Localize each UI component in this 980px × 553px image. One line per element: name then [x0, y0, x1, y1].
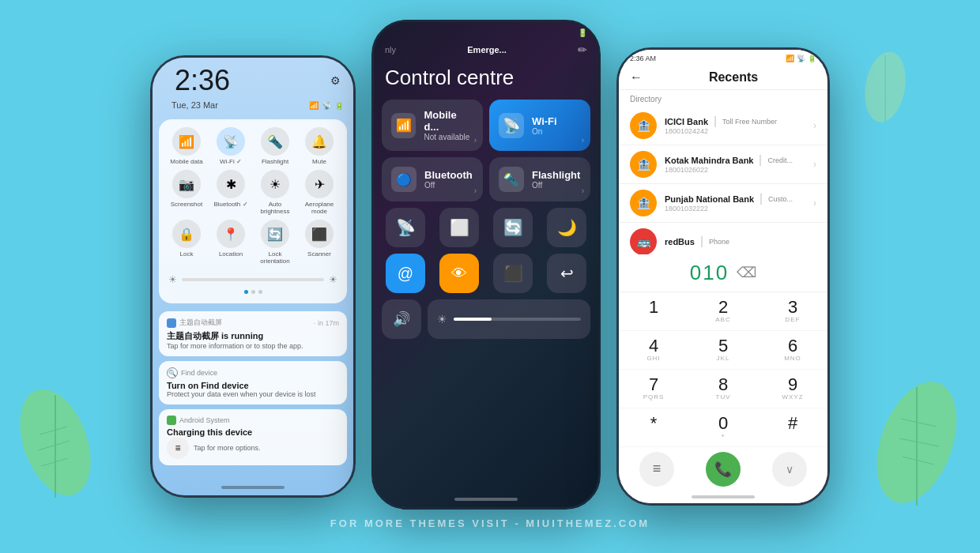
- notif-app-name-1: 主题自动截屏: [179, 318, 222, 328]
- notif-app-icon-3: [167, 416, 176, 425]
- cc-tile-wifi[interactable]: 📡 Wi-Fi On ›: [489, 100, 590, 151]
- cc-icon-dnd[interactable]: 🌙: [547, 208, 586, 247]
- cc-tile-flashlight[interactable]: 🔦 Flashlight Off ›: [489, 157, 590, 201]
- key-5[interactable]: 5 JKL: [688, 331, 758, 370]
- divider: [714, 116, 716, 127]
- contact-avatar-pnb: 🏦: [630, 190, 657, 216]
- contact-type-kotak: Credit...: [767, 156, 793, 164]
- phone3-time: 2:36 AM: [630, 55, 656, 62]
- cc-icon-eye[interactable]: 👁: [439, 254, 479, 293]
- mute-quick-label: Mute: [312, 158, 326, 165]
- lock-label: Lock: [180, 250, 194, 258]
- divider: [760, 194, 762, 205]
- dot-3: [258, 290, 262, 294]
- key-hash[interactable]: #: [758, 408, 827, 447]
- voicemail-button[interactable]: ≡: [639, 452, 674, 487]
- key-6[interactable]: 6 MNO: [758, 331, 827, 370]
- notif-app-name-3: Android System: [179, 416, 230, 424]
- quick-item-scanner[interactable]: ⬛ Scanner: [300, 220, 339, 265]
- key-star[interactable]: *: [619, 408, 688, 447]
- notif-running-app[interactable]: 主题自动截屏 · in 17m 主题自动截屏 is running Tap fo…: [159, 311, 347, 356]
- quick-item-wifi[interactable]: 📡 Wi-Fi ✓: [211, 127, 251, 165]
- key-7[interactable]: 7 PQRS: [619, 370, 688, 408]
- quick-grid: 📶 Mobile data 📡 Wi-Fi ✓ 🔦 Flashlight 🔔 M…: [167, 127, 339, 265]
- contact-redbus[interactable]: 🚌 redBus Phone: [619, 223, 827, 254]
- autobright-icon: ☀: [261, 170, 289, 198]
- call-button[interactable]: 📞: [706, 452, 741, 487]
- location-label: Location: [219, 250, 243, 258]
- phone-control-centre: 🔋 nly Emerge... ✏ Control centre 📶 Mobil…: [371, 20, 601, 510]
- quick-panel: 📶 Mobile data 📡 Wi-Fi ✓ 🔦 Flashlight 🔔 M…: [159, 119, 347, 303]
- cc-icon-block[interactable]: ⬛: [493, 254, 533, 293]
- phone-dialer: 2:36 AM 📶 📡 🔋 ← Recents Directory 🏦: [616, 47, 830, 506]
- cc-brightness-row: 🔊 ☀: [374, 299, 598, 339]
- flashlight-quick-icon: 🔦: [261, 127, 289, 156]
- notif-charging[interactable]: Android System Charging this device ≡ Ta…: [159, 409, 347, 465]
- quick-item-autobright[interactable]: ☀ Auto brightness: [255, 170, 295, 215]
- phone1-settings-icon[interactable]: ⚙: [330, 74, 341, 87]
- brightness-low-icon: ☀: [437, 313, 447, 325]
- key-4[interactable]: 4 GHI: [619, 331, 688, 370]
- flashlight-quick-label: Flashlight: [262, 158, 288, 165]
- dot-1: [244, 290, 248, 294]
- key-1[interactable]: 1: [619, 292, 688, 331]
- quick-item-airplane[interactable]: ✈ Aeroplane mode: [300, 170, 339, 215]
- cc-icon-return[interactable]: ↩: [547, 254, 586, 293]
- scanner-icon: ⬛: [305, 220, 334, 248]
- lock-icon: 🔒: [172, 220, 201, 248]
- mobile-tile-name: Mobile d...: [424, 109, 473, 133]
- phone3-signal-icon: 📶: [786, 55, 794, 62]
- key-0[interactable]: 0 +: [688, 408, 758, 447]
- key-2[interactable]: 2 ABC: [688, 292, 758, 331]
- mobile-data-label: Mobile data: [170, 158, 202, 165]
- quick-item-bt[interactable]: ✱ Bluetooth ✓: [211, 170, 251, 215]
- expand-button[interactable]: ∨: [772, 452, 807, 487]
- charging-action-icon[interactable]: ≡: [167, 437, 189, 459]
- wifi-quick-label: Wi-Fi ✓: [220, 158, 242, 165]
- phone3-home-indicator: [619, 491, 827, 503]
- contact-pnb[interactable]: 🏦 Punjab National Bank Custo... 18001032…: [619, 184, 827, 223]
- watermark: FOR MORE THEMES VISIT - MIUITHEMEZ.COM: [330, 517, 650, 529]
- contact-name-redbus: redBus: [665, 237, 695, 246]
- contact-icici[interactable]: 🏦 ICICI Bank Toll Free Number 1800102424…: [619, 107, 827, 145]
- dialer-actions: ≡ 📞 ∨: [619, 447, 827, 491]
- back-button[interactable]: ←: [630, 70, 643, 85]
- cc-brightness-button[interactable]: 🔊: [382, 299, 421, 339]
- quick-item-mute[interactable]: 🔔 Mute: [300, 127, 339, 165]
- quick-item-screenshot[interactable]: 📷 Screenshot: [167, 170, 206, 215]
- quick-item-location[interactable]: 📍 Location: [211, 220, 251, 265]
- cc-tile-bluetooth[interactable]: 🔵 Bluetooth Off ›: [382, 157, 483, 201]
- dialer-number: 010: [690, 261, 729, 285]
- cc-icon-scan[interactable]: ⬜: [439, 208, 479, 247]
- quick-item-orientation[interactable]: 🔄 Lock orientation: [255, 220, 295, 265]
- key-9[interactable]: 9 WXYZ: [758, 370, 827, 408]
- cc-tile-mobile[interactable]: 📶 Mobile d... Not available ›: [382, 100, 483, 151]
- contact-info-icici: ICICI Bank Toll Free Number 18001024242: [665, 116, 805, 135]
- cc-icon-hotspot[interactable]: 📡: [386, 208, 425, 247]
- wifi-tile-info: Wi-Fi On: [532, 115, 557, 136]
- key-3[interactable]: 3 DEF: [758, 292, 827, 331]
- contact-list: 🏦 ICICI Bank Toll Free Number 1800102424…: [619, 107, 827, 254]
- notif-find-device[interactable]: 🔍 Find device Turn on Find device Protec…: [159, 361, 347, 404]
- cc-brightness-slider[interactable]: ☀: [428, 299, 590, 339]
- contact-kotak[interactable]: 🏦 Kotak Mahindra Bank Credit... 18001026…: [619, 145, 827, 184]
- cc-icon-email[interactable]: @: [386, 254, 425, 293]
- edit-icon[interactable]: ✏: [578, 43, 587, 56]
- quick-item-lock[interactable]: 🔒 Lock: [167, 220, 206, 265]
- cc-top-tiles: 📶 Mobile d... Not available › 📡 Wi-Fi On…: [374, 100, 598, 151]
- phone2-battery: 🔋: [578, 28, 587, 37]
- backspace-button[interactable]: ⌫: [737, 264, 756, 281]
- cc-icon-sync[interactable]: 🔄: [493, 208, 533, 247]
- dot-2: [251, 290, 255, 294]
- quick-item-flashlight[interactable]: 🔦 Flashlight: [255, 127, 295, 165]
- home-bar-1: [221, 486, 285, 489]
- bt-quick-label: Bluetooth ✓: [213, 201, 247, 208]
- brightness-bar[interactable]: [182, 278, 324, 281]
- tab-nly[interactable]: nly: [385, 45, 396, 55]
- wifi-quick-icon: 📡: [217, 127, 245, 156]
- flash-tile-info: Flashlight Off: [532, 169, 580, 190]
- tab-emerge[interactable]: Emerge...: [467, 45, 507, 55]
- key-8[interactable]: 8 TUV: [688, 370, 758, 408]
- bt-tile-status: Off: [424, 181, 473, 190]
- quick-item-mobiledata[interactable]: 📶 Mobile data: [167, 127, 206, 165]
